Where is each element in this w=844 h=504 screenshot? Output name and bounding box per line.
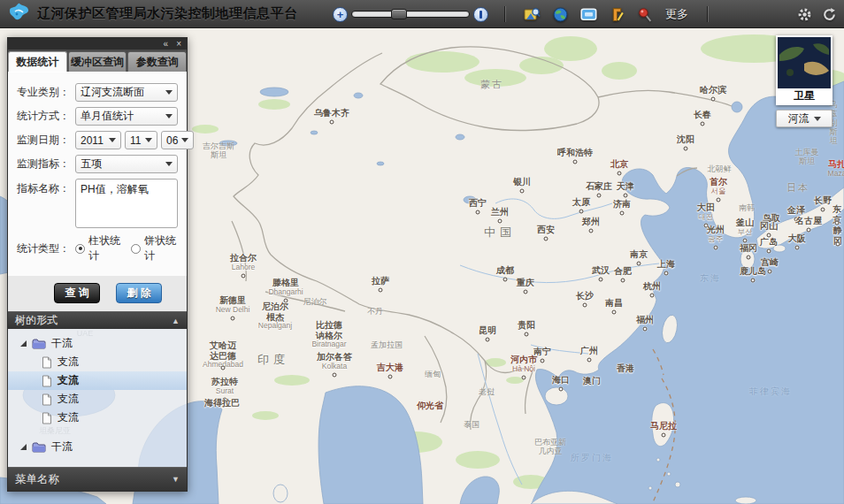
file-icon (42, 375, 52, 387)
chevron-down-icon (109, 138, 116, 142)
pie-statistics-radio[interactable] (131, 244, 141, 254)
settings-gear-icon[interactable] (796, 6, 812, 22)
method-select[interactable]: 单月值统计 (75, 107, 178, 126)
measure-icon[interactable] (609, 6, 625, 22)
folder-icon (32, 441, 46, 453)
tree-node-mainstream[interactable]: 干流 (8, 334, 187, 353)
folder-icon (32, 338, 46, 349)
bar-statistics-radio[interactable] (75, 244, 85, 254)
tab-parameter-query[interactable]: 参数查询 (127, 51, 187, 72)
panel-titlebar: « × (8, 38, 187, 50)
map-search-icon[interactable] (524, 6, 541, 22)
satellite-map-type-button[interactable]: 卫星 (776, 35, 832, 105)
app-header: 辽河保护区管理局水污染控制地理信息平台 + 更多 (0, 0, 844, 28)
indicator-label: 监测指标： (17, 157, 75, 172)
panel-close-icon[interactable]: × (176, 40, 181, 49)
tree-expander-icon[interactable] (20, 340, 27, 347)
method-label: 统计方式： (17, 109, 75, 124)
pie-statistics-option[interactable]: 饼状统计 (144, 233, 178, 263)
toolbar-divider (707, 6, 708, 22)
refresh-icon[interactable] (821, 6, 837, 22)
tree-node-tributary[interactable]: 支流 (8, 409, 187, 427)
panel-collapse-icon[interactable]: « (164, 40, 169, 49)
tree-section-title: 树的形式 (15, 313, 58, 328)
category-value: 辽河支流断面 (81, 85, 144, 100)
zoom-out-glyph (480, 11, 482, 19)
tree-expander-icon[interactable] (20, 444, 27, 450)
chevron-down-icon (165, 162, 173, 166)
form-actions: 查 询 删 除 (8, 276, 187, 311)
zoom-in-button[interactable]: + (333, 7, 348, 22)
method-value: 单月值统计 (81, 109, 134, 124)
day-value: 06 (166, 134, 178, 147)
chevron-down-icon (181, 138, 188, 142)
indicator-select[interactable]: 五项 (75, 155, 178, 173)
month-value: 11 (130, 134, 141, 147)
category-label: 专业类别： (17, 85, 75, 100)
app-title: 辽河保护区管理局水污染控制地理信息平台 (37, 5, 298, 22)
zoom-slider-thumb[interactable] (391, 9, 407, 19)
satellite-label: 卫星 (778, 88, 831, 103)
bar-statistics-option[interactable]: 柱状统计 (88, 233, 122, 263)
tree-node-tributary[interactable]: 支流 (8, 353, 187, 371)
month-select[interactable]: 11 (125, 131, 157, 149)
chevron-down-icon (814, 117, 821, 121)
tab-data-statistics[interactable]: 数据统计 (8, 51, 67, 72)
tree-node-label: 干流 (51, 336, 73, 351)
tree-node-label: 支流 (58, 373, 79, 388)
collapse-down-icon: ▼ (172, 475, 180, 484)
layer-tree: 干流支流支流支流支流干流 (8, 329, 187, 467)
zoom-slider-track[interactable] (351, 11, 470, 18)
statistics-form: 专业类别： 辽河支流断面 统计方式： 单月值统计 监测日期： 2011 11 (8, 72, 187, 276)
rivers-layer-dropdown[interactable]: 河流 (776, 110, 832, 127)
query-button[interactable]: 查 询 (54, 283, 100, 303)
panel-tabs: 数据统计缓冲区查询参数查询 (8, 50, 187, 72)
chevron-down-icon (165, 90, 173, 95)
pushpin-icon[interactable] (637, 6, 654, 22)
tree-node-label: 支流 (58, 392, 79, 407)
tree-node-label: 支流 (58, 410, 79, 425)
header-right-tools (796, 0, 837, 28)
file-icon (42, 412, 52, 424)
delete-button[interactable]: 删 除 (116, 283, 162, 303)
app-logo-icon (9, 3, 30, 26)
tree-node-label: 支流 (58, 355, 79, 370)
date-label: 监测日期： (17, 133, 75, 148)
more-menu-button[interactable]: 更多 (665, 6, 688, 22)
toolbar-divider (504, 6, 505, 22)
chevron-down-icon (145, 138, 152, 142)
file-icon (42, 393, 52, 406)
file-icon (42, 356, 52, 369)
tree-node-tributary[interactable]: 支流 (8, 390, 187, 409)
satellite-thumbnail (778, 37, 831, 88)
zoom-control: + (333, 0, 488, 28)
map-toolbar: 更多 (497, 0, 715, 28)
menu-section-title: 菜单名称 (15, 472, 59, 487)
tree-section-header[interactable]: 树的形式 ▲ (8, 311, 187, 329)
indicator-name-field[interactable]: PH值，溶解氧 (75, 179, 178, 228)
query-panel: « × 数据统计缓冲区查询参数查询 专业类别： 辽河支流断面 统计方式： 单月值… (7, 37, 188, 492)
app-window: 乌鲁木齐蒙古吉尔吉斯 斯坦哈尔滨长春沈阳呼和浩特北京石家庄天津太原济南银川西宁兰… (0, 0, 844, 504)
year-select[interactable]: 2011 (75, 131, 121, 149)
tree-node-tributary[interactable]: 支流 (8, 371, 187, 390)
rivers-layer-label: 河流 (788, 111, 809, 126)
tree-node-mainstream[interactable]: 干流 (8, 438, 187, 456)
menu-section-header[interactable]: 菜单名称 ▼ (8, 467, 187, 491)
stat-type-label: 统计类型： (17, 241, 75, 256)
tree-node-label: 干流 (51, 439, 73, 454)
collapse-up-icon: ▲ (172, 317, 180, 325)
globe-icon[interactable] (552, 6, 569, 22)
category-select[interactable]: 辽河支流断面 (75, 83, 178, 102)
indicator-name-label: 指标名称： (17, 181, 75, 196)
day-select[interactable]: 06 (161, 131, 194, 149)
screen-icon[interactable] (580, 6, 597, 22)
tab-buffer-query[interactable]: 缓冲区查询 (68, 51, 127, 72)
indicator-value: 五项 (81, 157, 102, 172)
chevron-down-icon (165, 114, 173, 118)
year-value: 2011 (81, 134, 104, 147)
zoom-out-button[interactable] (473, 7, 488, 22)
